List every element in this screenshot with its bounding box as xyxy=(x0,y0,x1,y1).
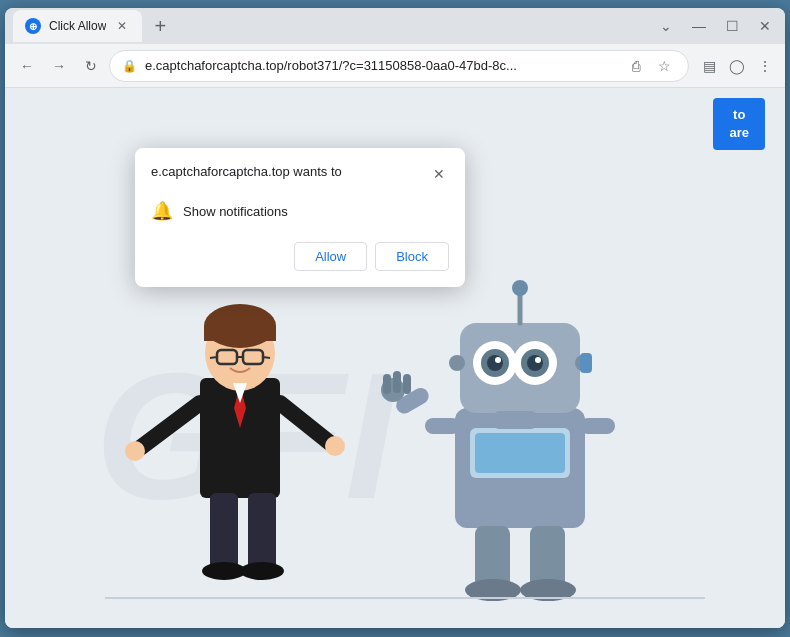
svg-line-8 xyxy=(210,357,217,358)
url-bar[interactable]: 🔒 e.captchaforcaptcha.top/robot371/?c=31… xyxy=(109,50,689,82)
reload-button[interactable]: ↻ xyxy=(77,52,105,80)
block-button[interactable]: Block xyxy=(375,242,449,271)
forward-button[interactable]: → xyxy=(45,52,73,80)
svg-point-14 xyxy=(325,436,345,456)
popup-permission-row: 🔔 Show notifications xyxy=(151,196,449,226)
svg-point-30 xyxy=(495,357,501,363)
svg-rect-4 xyxy=(204,326,276,341)
maximize-button[interactable]: ☐ xyxy=(720,16,745,36)
blue-label: to are xyxy=(713,98,765,150)
account-icon[interactable]: ◯ xyxy=(725,54,749,78)
svg-point-12 xyxy=(125,441,145,461)
permission-popup: e.captchaforcaptcha.top wants to ✕ 🔔 Sho… xyxy=(135,148,465,287)
svg-rect-22 xyxy=(475,433,565,473)
minimize-button[interactable]: — xyxy=(686,16,712,36)
svg-line-9 xyxy=(263,357,270,358)
svg-rect-37 xyxy=(495,411,535,429)
sidebar-icon[interactable]: ▤ xyxy=(697,54,721,78)
browser-window: ⊕ Click Allow ✕ + ⌄ — ☐ ✕ ← → ↻ 🔒 e.capt… xyxy=(5,8,785,628)
svg-point-18 xyxy=(240,562,284,580)
title-bar: ⊕ Click Allow ✕ + ⌄ — ☐ ✕ xyxy=(5,8,785,44)
svg-point-17 xyxy=(202,562,246,580)
url-text: e.captchaforcaptcha.top/robot371/?c=3115… xyxy=(145,58,616,73)
allow-button[interactable]: Allow xyxy=(294,242,367,271)
new-tab-button[interactable]: + xyxy=(146,12,174,40)
svg-point-29 xyxy=(527,355,543,371)
chevron-down-icon[interactable]: ⌄ xyxy=(654,16,678,36)
popup-buttons: Allow Block xyxy=(151,242,449,271)
lock-icon: 🔒 xyxy=(122,59,137,73)
active-tab[interactable]: ⊕ Click Allow ✕ xyxy=(13,10,142,42)
svg-point-28 xyxy=(487,355,503,371)
svg-rect-42 xyxy=(383,374,391,394)
svg-point-33 xyxy=(512,280,528,296)
address-bar: ← → ↻ 🔒 e.captchaforcaptcha.top/robot371… xyxy=(5,44,785,88)
popup-close-button[interactable]: ✕ xyxy=(429,164,449,184)
browser-menu-buttons: ▤ ◯ ⋮ xyxy=(697,54,777,78)
back-button[interactable]: ← xyxy=(13,52,41,80)
tab-close-button[interactable]: ✕ xyxy=(114,18,130,34)
permission-text: Show notifications xyxy=(183,204,288,219)
url-actions: ⎙ ☆ xyxy=(624,54,676,78)
bookmark-icon[interactable]: ☆ xyxy=(652,54,676,78)
svg-rect-38 xyxy=(425,418,460,434)
svg-rect-44 xyxy=(403,374,411,394)
svg-rect-15 xyxy=(210,493,238,573)
share-icon[interactable]: ⎙ xyxy=(624,54,648,78)
close-button[interactable]: ✕ xyxy=(753,16,777,36)
tab-title: Click Allow xyxy=(49,19,106,33)
popup-header: e.captchaforcaptcha.top wants to ✕ xyxy=(151,164,449,184)
svg-rect-40 xyxy=(580,418,615,434)
svg-point-34 xyxy=(449,355,465,371)
popup-title: e.captchaforcaptcha.top wants to xyxy=(151,164,342,179)
browser-content: GFI xyxy=(5,88,785,628)
tab-favicon: ⊕ xyxy=(25,18,41,34)
svg-rect-16 xyxy=(248,493,276,573)
menu-icon[interactable]: ⋮ xyxy=(753,54,777,78)
svg-rect-43 xyxy=(393,371,401,393)
svg-rect-36 xyxy=(580,353,592,373)
svg-point-31 xyxy=(535,357,541,363)
bell-icon: 🔔 xyxy=(151,200,173,222)
window-controls: ⌄ — ☐ ✕ xyxy=(654,16,777,36)
tab-bar: ⊕ Click Allow ✕ + xyxy=(13,8,654,44)
